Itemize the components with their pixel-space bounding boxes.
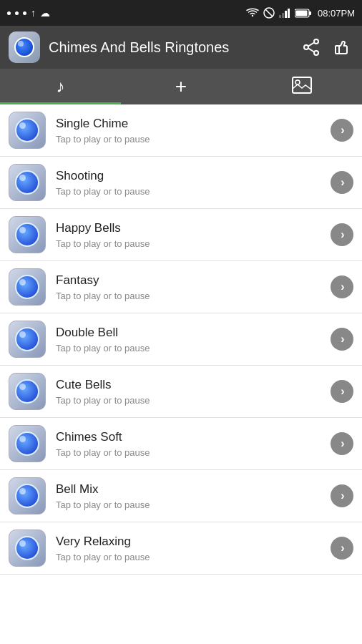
item-subtitle: Tap to play or to pause — [56, 134, 325, 145]
item-text: Cute Bells Tap to play or to pause — [56, 378, 325, 406]
item-text: Bell Mix Tap to play or to pause — [56, 482, 325, 510]
item-icon-ball — [15, 275, 39, 299]
list-item[interactable]: Shooting Tap to play or to pause › — [0, 157, 362, 209]
chevron-right-icon: › — [341, 281, 344, 293]
tab-music[interactable]: ♪ — [0, 69, 121, 104]
list-item[interactable]: Bell Mix Tap to play or to pause › — [0, 470, 362, 522]
dot3 — [23, 11, 26, 15]
upload-icon: ↑ — [31, 7, 36, 19]
list-item[interactable]: Cute Bells Tap to play or to pause › — [0, 366, 362, 418]
share-button[interactable] — [299, 35, 323, 59]
list-item[interactable]: Single Chime Tap to play or to pause › — [0, 104, 362, 157]
chevron-right-icon: › — [341, 490, 344, 502]
item-icon — [9, 321, 46, 358]
item-icon — [9, 268, 46, 306]
item-icon — [9, 530, 46, 567]
thumbs-up-icon — [332, 38, 351, 57]
app-header: Chimes And Bells Ringtones — [0, 26, 362, 69]
svg-point-11 — [304, 45, 308, 49]
item-title: Happy Bells — [56, 221, 325, 235]
svg-rect-4 — [285, 11, 287, 18]
item-icon-ball — [15, 223, 39, 247]
item-title: Single Chime — [56, 117, 325, 131]
plus-icon: + — [175, 75, 187, 98]
music-note-icon: ♪ — [56, 77, 64, 97]
clock: 08:07PM — [318, 8, 355, 19]
chevron-right-icon: › — [341, 438, 344, 449]
item-chevron[interactable]: › — [331, 171, 353, 194]
item-icon — [9, 164, 46, 201]
app-icon — [9, 31, 40, 63]
item-title: Double Bell — [56, 326, 325, 340]
tab-add[interactable]: + — [121, 69, 242, 104]
like-button[interactable] — [329, 35, 353, 59]
item-icon — [9, 373, 46, 410]
item-chevron[interactable]: › — [331, 380, 353, 403]
svg-rect-5 — [288, 9, 290, 18]
item-title: Shooting — [56, 169, 325, 183]
item-icon-ball — [15, 118, 39, 142]
item-icon-ball — [15, 327, 39, 351]
item-chevron[interactable]: › — [331, 484, 353, 507]
svg-point-10 — [314, 51, 318, 55]
svg-rect-3 — [282, 13, 284, 18]
signal-icon — [279, 8, 290, 18]
item-title: Bell Mix — [56, 482, 325, 497]
item-icon — [9, 477, 46, 514]
svg-rect-15 — [293, 77, 311, 93]
app-title: Chimes And Bells Ringtones — [49, 39, 290, 56]
item-subtitle: Tap to play or to pause — [56, 499, 325, 510]
item-text: Very Relaxing Tap to play or to pause — [56, 535, 325, 562]
item-text: Shooting Tap to play or to pause — [56, 169, 325, 197]
svg-line-12 — [308, 43, 314, 47]
image-icon — [292, 77, 312, 97]
wifi-icon — [246, 8, 259, 18]
item-chevron[interactable]: › — [331, 119, 353, 142]
status-bar: ↑ ☁ 08:07PM — [0, 0, 362, 26]
item-chevron[interactable]: › — [331, 223, 353, 246]
item-text: Double Bell Tap to play or to pause — [56, 326, 325, 353]
svg-rect-2 — [279, 15, 281, 18]
chevron-right-icon: › — [341, 542, 344, 554]
item-chevron[interactable]: › — [331, 432, 353, 455]
item-icon-ball — [15, 431, 39, 456]
chevron-right-icon: › — [341, 177, 344, 188]
item-icon-ball — [15, 536, 39, 560]
tab-image[interactable] — [241, 69, 362, 104]
chevron-right-icon: › — [341, 333, 344, 345]
item-subtitle: Tap to play or to pause — [56, 238, 325, 249]
item-chevron[interactable]: › — [331, 537, 353, 560]
chevron-right-icon: › — [341, 386, 344, 397]
item-text: Fantasy Tap to play or to pause — [56, 273, 325, 301]
item-text: Happy Bells Tap to play or to pause — [56, 221, 325, 249]
tab-bar: ♪ + — [0, 69, 362, 104]
item-title: Chimes Soft — [56, 430, 325, 444]
item-icon — [9, 216, 46, 253]
app-icon-ball — [14, 37, 34, 57]
ringtone-list: Single Chime Tap to play or to pause › S… — [0, 104, 362, 644]
svg-rect-7 — [309, 11, 311, 15]
item-icon — [9, 112, 46, 149]
item-subtitle: Tap to play or to pause — [56, 186, 325, 197]
header-actions — [299, 35, 353, 59]
item-chevron[interactable]: › — [331, 328, 353, 351]
list-item[interactable]: Happy Bells Tap to play or to pause › — [0, 209, 362, 261]
list-item[interactable]: Double Bell Tap to play or to pause › — [0, 313, 362, 366]
item-subtitle: Tap to play or to pause — [56, 447, 325, 458]
dot1 — [7, 11, 11, 15]
item-chevron[interactable]: › — [331, 275, 353, 298]
cloud-icon: ☁ — [40, 7, 50, 19]
item-subtitle: Tap to play or to pause — [56, 552, 325, 562]
list-item[interactable]: Fantasy Tap to play or to pause › — [0, 261, 362, 313]
svg-line-1 — [265, 9, 273, 16]
svg-rect-14 — [336, 46, 339, 54]
item-subtitle: Tap to play or to pause — [56, 343, 325, 353]
item-icon-ball — [15, 379, 39, 404]
dot2 — [15, 11, 19, 15]
item-text: Chimes Soft Tap to play or to pause — [56, 430, 325, 458]
chevron-right-icon: › — [341, 125, 344, 136]
list-item[interactable]: Very Relaxing Tap to play or to pause › — [0, 522, 362, 575]
list-item[interactable]: Chimes Soft Tap to play or to pause › — [0, 418, 362, 470]
svg-point-9 — [314, 39, 318, 44]
item-title: Fantasy — [56, 273, 325, 288]
